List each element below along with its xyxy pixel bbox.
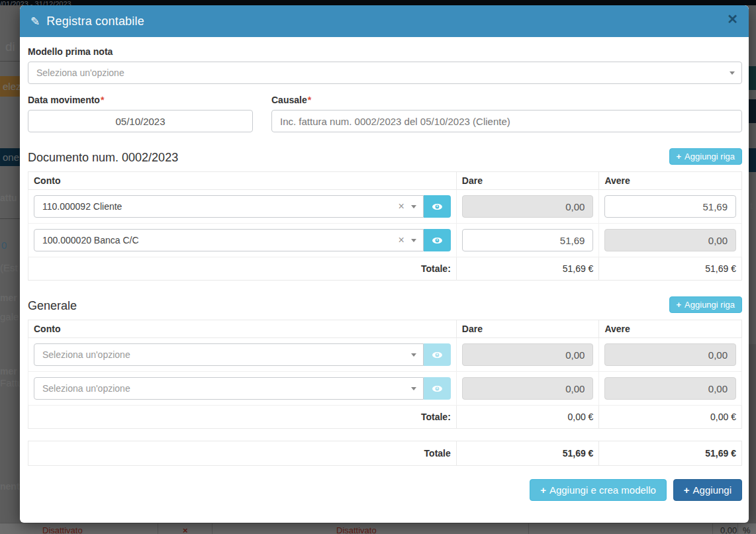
total-label: Totale: (28, 406, 457, 429)
conto-select[interactable]: Seleziona un'opzione (34, 377, 424, 400)
avere-input[interactable] (604, 195, 736, 218)
dare-input (462, 377, 594, 400)
conto-placeholder: Seleziona un'opzione (42, 349, 130, 360)
backdrop-text-fragment: attu (0, 193, 17, 203)
dare-input[interactable] (462, 229, 594, 251)
view-account-button (424, 377, 451, 400)
plus-icon: + (677, 152, 682, 161)
dare-input (462, 195, 594, 218)
plus-icon: + (677, 300, 682, 310)
grand-total-avere: 51,69 € (599, 441, 742, 466)
add-and-create-template-button[interactable]: +Aggiungi e crea modello (530, 479, 667, 501)
backdrop-table-row: Disattivato × Disattivato 0,00 % (0, 523, 756, 534)
conto-selected-value: 110.000092 Cliente (42, 201, 122, 212)
eye-icon (432, 235, 443, 246)
data-movimento-input[interactable] (28, 110, 253, 132)
modello-placeholder: Seleziona un'opzione (36, 67, 124, 78)
backdrop-text-fragment: (Est (0, 262, 18, 273)
view-account-button[interactable] (424, 195, 451, 218)
table-row: Seleziona un'opzione (28, 338, 742, 372)
conto-select[interactable]: Seleziona un'opzione (34, 343, 424, 366)
chevron-down-icon (411, 239, 416, 242)
backdrop-tab-fragment: one (0, 148, 20, 166)
total-avere: 0,00 € (599, 406, 742, 429)
chevron-down-icon (411, 353, 416, 357)
backdrop-text-fragment: nent (0, 481, 20, 492)
generale-table: Conto Dare Avere Seleziona un'opzione (28, 320, 742, 429)
backdrop-link-fragment: 0 (1, 240, 7, 251)
add-row-button[interactable]: +Aggiungi riga (669, 296, 742, 313)
clear-icon[interactable]: × (391, 200, 410, 212)
total-label: Totale: (28, 257, 457, 281)
add-button[interactable]: +Aggiungi (673, 479, 742, 501)
plus-icon: + (684, 484, 690, 496)
backdrop-status-text: Disattivato (42, 525, 83, 534)
table-row: Seleziona un'opzione (28, 372, 742, 406)
column-header-conto: Conto (28, 320, 457, 338)
backdrop-text-fragment: gale (0, 311, 19, 322)
modal-body: Modello prima nota Seleziona un'opzione … (20, 37, 749, 505)
eye-icon (432, 383, 443, 394)
conto-select[interactable]: 110.000092 Cliente × (34, 195, 424, 218)
registra-contabile-modal: ✎ Registra contabile ✕ Modello prima not… (20, 5, 749, 523)
modal-title: Registra contabile (46, 15, 144, 28)
chevron-down-icon (411, 387, 416, 390)
backdrop-daterange-text: /01/2023 - 31/12/2023 (0, 0, 71, 5)
required-asterisk: * (308, 95, 311, 105)
backdrop-topbar: /01/2023 - 31/12/2023 (0, 0, 756, 5)
column-header-dare: Dare (456, 320, 599, 338)
backdrop-text-fragment: mer (0, 366, 17, 377)
data-movimento-label: Data movimento* (28, 95, 253, 105)
backdrop-delete-icon: × (183, 525, 188, 534)
section-total-row: Totale: 51,69 € 51,69 € (28, 257, 742, 281)
modello-select[interactable]: Seleziona un'opzione (28, 62, 742, 84)
modello-label: Modello prima nota (28, 46, 742, 57)
avere-input (604, 377, 736, 400)
documento-section-title: Documento num. 0002/2023 (28, 151, 178, 165)
conto-placeholder: Seleziona un'opzione (42, 383, 130, 394)
chevron-down-icon (411, 205, 416, 208)
required-asterisk: * (101, 95, 104, 105)
backdrop-heading-fragment: di (5, 40, 15, 54)
pencil-icon: ✎ (30, 15, 40, 28)
view-account-button (424, 343, 451, 366)
conto-selected-value: 100.000020 Banca C/C (42, 235, 139, 245)
modal-header: ✎ Registra contabile ✕ (20, 5, 749, 37)
causale-label: Causale* (271, 95, 742, 105)
backdrop-percent-text: % (743, 525, 751, 534)
backdrop-text-fragment: mer (0, 292, 17, 303)
causale-input[interactable] (271, 110, 742, 132)
grand-total-row: Totale 51,69 € 51,69 € (28, 441, 742, 466)
column-header-avere: Avere (599, 172, 742, 190)
total-avere: 51,69 € (599, 257, 742, 281)
documento-table: Conto Dare Avere 110.000092 Cliente × (28, 171, 742, 281)
dare-input (462, 343, 594, 366)
column-header-conto: Conto (28, 172, 457, 190)
total-dare: 0,00 € (456, 406, 599, 429)
add-row-button[interactable]: +Aggiungi riga (669, 148, 742, 165)
grand-total-label: Totale (28, 441, 457, 466)
avere-input (604, 229, 736, 251)
total-dare: 51,69 € (456, 257, 599, 281)
plus-icon: + (540, 484, 546, 496)
close-icon[interactable]: ✕ (727, 13, 738, 26)
backdrop-status-text: Disattivato (336, 525, 377, 534)
backdrop-orange-button-fragment: elez (0, 76, 20, 97)
view-account-button[interactable] (424, 229, 451, 251)
grand-total-table: Totale 51,69 € 51,69 € (28, 441, 742, 466)
grand-total-dare: 51,69 € (456, 441, 599, 466)
clear-icon[interactable]: × (391, 234, 410, 246)
generale-section-title: Generale (28, 299, 77, 313)
chevron-down-icon (730, 71, 735, 75)
avere-input (604, 343, 736, 366)
eye-icon (432, 201, 443, 212)
conto-select[interactable]: 100.000020 Banca C/C × (34, 229, 424, 251)
column-header-avere: Avere (599, 320, 742, 338)
table-row: 100.000020 Banca C/C × (28, 224, 742, 257)
section-total-row: Totale: 0,00 € 0,00 € (28, 406, 742, 429)
eye-icon (432, 349, 443, 361)
modal-footer: +Aggiungi e crea modello +Aggiungi (28, 479, 742, 505)
column-header-dare: Dare (456, 172, 599, 190)
table-row: 110.000092 Cliente × (28, 190, 742, 224)
backdrop-value-text: 0,00 (720, 525, 737, 534)
